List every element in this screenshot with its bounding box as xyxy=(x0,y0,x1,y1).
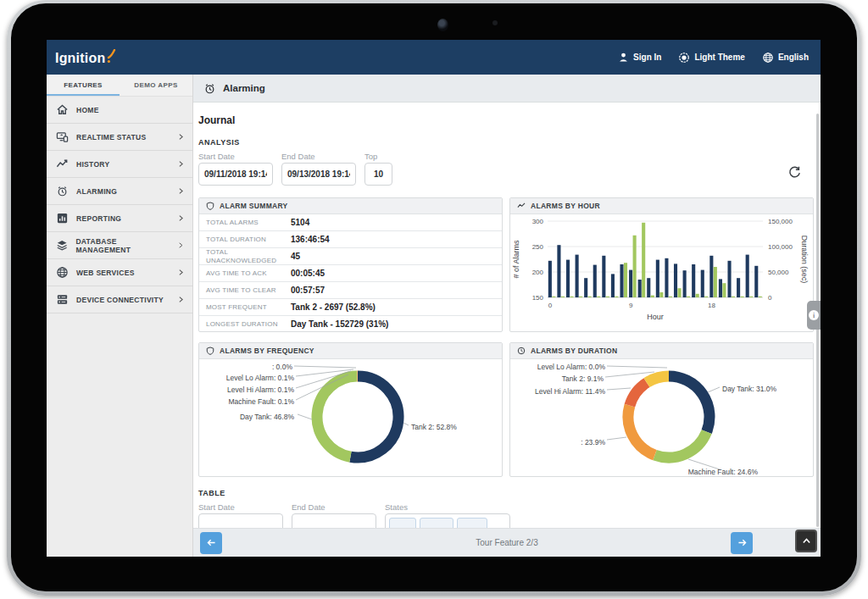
summary-value: 5104 xyxy=(291,218,309,227)
summary-label: TOTAL UNACKNOWLEDGED xyxy=(206,248,291,265)
tour-previous-button[interactable] xyxy=(200,532,222,554)
sidebar-item-home[interactable]: HOME xyxy=(47,97,192,124)
svg-text:Tank 2: 52.8%: Tank 2: 52.8% xyxy=(411,423,457,431)
svg-text:Level Hi Alarm: 11.4%: Level Hi Alarm: 11.4% xyxy=(535,387,605,396)
app-screen: Ignition Sign In xyxy=(47,40,821,557)
chevron-right-icon xyxy=(177,160,185,168)
svg-text:Level Lo Alarm: 0.1%: Level Lo Alarm: 0.1% xyxy=(226,374,295,382)
globe-icon xyxy=(56,266,69,279)
sidebar-item-reporting[interactable]: REPORTING xyxy=(47,205,192,232)
start-date-field: Start Date xyxy=(198,152,273,186)
summary-label: MOST FREQUENT xyxy=(206,303,291,312)
alarms-by-hour-chart[interactable]: 150200250300050,000100,000150,0000918Hou… xyxy=(510,214,809,332)
layers-icon xyxy=(56,239,68,252)
svg-text:0: 0 xyxy=(548,302,553,309)
summary-value: 00:05:45 xyxy=(291,269,325,278)
sidebar-item-web-services[interactable]: WEB SERVICES xyxy=(47,259,192,286)
svg-text:9: 9 xyxy=(629,302,633,309)
server-icon xyxy=(56,293,69,306)
ignition-logo[interactable]: Ignition xyxy=(55,49,117,66)
alarm-clock-icon xyxy=(56,185,69,197)
chevron-right-icon xyxy=(177,296,185,303)
panel-title: ALARMS BY DURATION xyxy=(531,347,617,355)
svg-text:50,000: 50,000 xyxy=(768,269,789,276)
page-title: Alarming xyxy=(223,83,265,93)
summary-row: AVG TIME TO ACK 00:05:45 xyxy=(199,264,502,281)
svg-text:Machine Fault: 0.1%: Machine Fault: 0.1% xyxy=(229,397,295,406)
alarm-summary-header: ALARM SUMMARY xyxy=(199,198,502,214)
alarms-by-hour-header: ALARMS BY HOUR xyxy=(510,198,813,214)
summary-row: TOTAL DURATION 136:46:54 xyxy=(199,230,502,247)
sun-icon xyxy=(678,52,690,64)
alarm-clock-icon xyxy=(203,82,216,95)
alarms-by-frequency-chart[interactable]: Tank 2: 52.8%Day Tank: 46.8%Machine Faul… xyxy=(199,359,498,477)
sidebar-item-label: ALARMING xyxy=(76,187,117,196)
sidebar-tabs: FEATURES DEMO APPS xyxy=(47,75,192,97)
top-input[interactable] xyxy=(364,163,392,186)
summary-row: LONGEST DURATION Day Tank - 152729 (31%) xyxy=(199,315,502,332)
panel-title: ALARMS BY HOUR xyxy=(531,202,600,210)
analysis-section-label: ANALYSIS xyxy=(198,138,814,147)
sidebar-item-label: DEVICE CONNECTIVITY xyxy=(76,296,164,304)
sidebar-item-history[interactable]: HISTORY xyxy=(47,151,192,178)
summary-row: TOTAL UNACKNOWLEDGED 45 xyxy=(199,247,502,264)
info-tab[interactable]: i xyxy=(807,301,821,330)
sidebar-item-realtime-status[interactable]: REALTIME STATUS xyxy=(47,124,192,151)
tour-feature-label: Tour Feature 2/3 xyxy=(193,538,821,547)
svg-text:Duration (sec): Duration (sec) xyxy=(800,236,809,284)
logo-text: Ignition xyxy=(55,51,105,66)
language-selector[interactable]: English xyxy=(762,52,809,64)
alarms-by-hour-panel: ALARMS BY HOUR 150200250300050,000100,00… xyxy=(509,197,814,332)
end-date-label: End Date xyxy=(281,152,356,161)
summary-label: TOTAL DURATION xyxy=(206,236,291,244)
sidebar-item-device-connectivity[interactable]: DEVICE CONNECTIVITY xyxy=(47,286,192,313)
summary-row: AVG TIME TO CLEAR 00:57:57 xyxy=(199,281,502,298)
globe-icon xyxy=(762,52,774,64)
tour-next-button[interactable] xyxy=(731,532,753,554)
tab-features[interactable]: FEATURES xyxy=(47,75,120,96)
chevron-right-icon xyxy=(177,133,185,141)
sign-in-label: Sign In xyxy=(633,53,661,62)
theme-toggle-button[interactable]: Light Theme xyxy=(678,52,744,64)
refresh-button[interactable] xyxy=(787,165,802,182)
panel-title: ALARMS BY FREQUENCY xyxy=(220,347,314,355)
sign-in-button[interactable]: Sign In xyxy=(618,52,661,63)
svg-text:250: 250 xyxy=(532,243,544,251)
content-area: Journal ANALYSIS Start Date End Date Top xyxy=(193,103,821,536)
summary-label: AVG TIME TO CLEAR xyxy=(206,286,291,295)
summary-value: 45 xyxy=(291,252,300,261)
alarms-by-duration-header: ALARMS BY DURATION xyxy=(510,343,813,359)
end-date-field: End Date xyxy=(281,152,356,186)
analysis-form: Start Date End Date Top xyxy=(198,152,814,186)
chevron-right-icon xyxy=(177,187,185,195)
start-date-input[interactable] xyxy=(198,163,273,186)
sidebar-item-database-management[interactable]: DATABASE MANAGEMENT xyxy=(47,232,192,259)
scroll-to-top-button[interactable] xyxy=(795,530,817,552)
svg-text:# of Alarms: # of Alarms xyxy=(512,240,520,279)
svg-text:: 0.0%: : 0.0% xyxy=(272,363,293,371)
tab-demo-apps[interactable]: DEMO APPS xyxy=(120,75,192,96)
svg-text:0: 0 xyxy=(768,294,772,302)
table-end-date-label: End Date xyxy=(292,502,376,512)
alarms-by-duration-chart[interactable]: Day Tank: 31.0%Machine Fault: 24.6%: 23.… xyxy=(510,359,809,477)
sidebar-item-alarming[interactable]: ALARMING xyxy=(47,178,192,205)
history-trend-icon xyxy=(56,158,69,170)
trend-line-icon xyxy=(517,202,526,210)
chevron-up-icon xyxy=(801,535,812,546)
svg-text:200: 200 xyxy=(532,269,544,276)
svg-text:Day Tank: 31.0%: Day Tank: 31.0% xyxy=(722,385,777,393)
alarms-by-frequency-header: ALARMS BY FREQUENCY xyxy=(199,343,502,359)
end-date-input[interactable] xyxy=(281,163,356,186)
sidebar: FEATURES DEMO APPS HOME xyxy=(47,75,193,557)
alarms-by-duration-body: Day Tank: 31.0%Machine Fault: 24.6%: 23.… xyxy=(510,359,813,477)
svg-text:Day Tank: 46.8%: Day Tank: 46.8% xyxy=(240,413,295,421)
chevron-right-icon xyxy=(177,241,185,249)
svg-text:Hour: Hour xyxy=(647,313,664,321)
page-header: Alarming xyxy=(193,75,821,103)
svg-text:Level Hi Alarm: 0.1%: Level Hi Alarm: 0.1% xyxy=(227,385,294,394)
user-icon xyxy=(618,52,629,63)
alarm-summary-panel: ALARM SUMMARY TOTAL ALARMS 5104 TOTAL DU… xyxy=(198,197,503,332)
journal-title: Journal xyxy=(198,114,814,126)
summary-row: TOTAL ALARMS 5104 xyxy=(199,214,502,230)
alarms-by-frequency-panel: ALARMS BY FREQUENCY Tank 2: 52.8%Day Tan… xyxy=(198,342,503,477)
